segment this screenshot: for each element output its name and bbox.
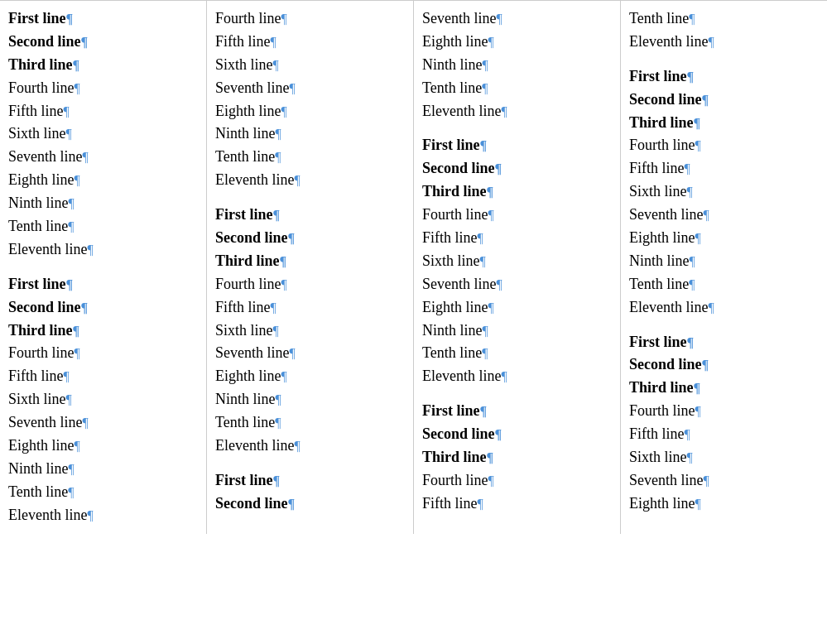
text-line: Fifth line: [422, 227, 612, 250]
text-line: Fourth line: [422, 204, 612, 227]
text-line: Eighth line: [629, 227, 819, 250]
text-line: Ninth line: [8, 458, 198, 481]
text-line: Ninth line: [422, 54, 612, 77]
page-container: First lineSecond lineThird lineFourth li…: [0, 0, 827, 534]
text-line: Third line: [629, 377, 819, 400]
text-line: Tenth line: [215, 411, 405, 435]
text-line: First line: [629, 331, 819, 354]
text-line: Fourth line: [629, 134, 819, 157]
text-line: Fifth line: [629, 423, 819, 446]
text-line: Eleventh line: [8, 504, 198, 527]
text-line: Fourth line: [629, 400, 819, 423]
text-line: Third line: [8, 54, 198, 77]
text-line: Fifth line: [422, 493, 612, 516]
text-line: Ninth line: [215, 388, 405, 411]
text-line: Seventh line: [215, 77, 405, 100]
text-line: Second line: [215, 227, 405, 250]
column-1: First lineSecond lineThird lineFourth li…: [0, 1, 207, 534]
text-line: Sixth line: [215, 320, 405, 343]
text-line: Second line: [8, 31, 198, 54]
text-line: Eighth line: [8, 169, 198, 192]
text-line: Fourth line: [8, 342, 198, 365]
text-line: Fifth line: [215, 31, 405, 54]
text-line: Eleventh line: [215, 169, 405, 192]
text-line: Seventh line: [629, 204, 819, 227]
text-line: Ninth line: [422, 320, 612, 343]
column-2: Fourth lineFifth lineSixth lineSeventh l…: [207, 1, 414, 534]
text-line: Sixth line: [629, 180, 819, 204]
text-line: Fourth line: [8, 77, 198, 100]
text-line: Seventh line: [422, 7, 612, 31]
text-line: Fourth line: [215, 273, 405, 296]
text-line: First line: [8, 273, 198, 296]
text-line: Eighth line: [215, 365, 405, 388]
text-line: Second line: [629, 89, 819, 112]
text-line: Eleventh line: [629, 296, 819, 320]
text-line: Fifth line: [8, 100, 198, 123]
text-line: Third line: [422, 446, 612, 469]
text-line: Fourth line: [422, 469, 612, 493]
text-line: First line: [215, 204, 405, 227]
text-line: Third line: [215, 250, 405, 273]
text-line: Second line: [422, 157, 612, 180]
text-line: Eighth line: [629, 493, 819, 516]
text-line: Ninth line: [215, 123, 405, 146]
text-line: Tenth line: [215, 146, 405, 169]
text-line: Eighth line: [8, 435, 198, 458]
text-line: Fifth line: [629, 157, 819, 180]
text-line: Eighth line: [422, 296, 612, 320]
text-line: Third line: [8, 320, 198, 343]
text-line: Tenth line: [8, 215, 198, 238]
text-line: Fourth line: [215, 7, 405, 31]
text-line: Eleventh line: [629, 31, 819, 54]
text-line: Eighth line: [215, 100, 405, 123]
text-line: First line: [215, 469, 405, 493]
text-line: Seventh line: [422, 273, 612, 296]
text-line: Second line: [215, 493, 405, 516]
text-line: First line: [8, 7, 198, 31]
text-line: Sixth line: [8, 123, 198, 146]
column-3: Seventh lineEighth lineNinth lineTenth l…: [414, 1, 621, 534]
column-4: Tenth lineEleventh lineFirst lineSecond …: [621, 1, 827, 534]
text-line: Sixth line: [8, 388, 198, 411]
text-line: Ninth line: [8, 192, 198, 215]
text-line: Third line: [422, 180, 612, 204]
text-line: Eleventh line: [215, 435, 405, 458]
text-line: Seventh line: [215, 342, 405, 365]
text-line: Third line: [629, 112, 819, 135]
text-line: Sixth line: [215, 54, 405, 77]
text-line: Eighth line: [422, 31, 612, 54]
text-line: Second line: [422, 423, 612, 446]
text-line: Second line: [8, 296, 198, 320]
text-line: Tenth line: [422, 77, 612, 100]
text-line: Tenth line: [8, 481, 198, 504]
text-line: Tenth line: [629, 273, 819, 296]
text-line: Fifth line: [215, 296, 405, 320]
text-line: Seventh line: [629, 469, 819, 493]
text-line: Fifth line: [8, 365, 198, 388]
text-line: Eleventh line: [422, 365, 612, 388]
text-line: Tenth line: [629, 7, 819, 31]
text-line: Seventh line: [8, 411, 198, 435]
text-line: First line: [422, 400, 612, 423]
text-line: Sixth line: [422, 250, 612, 273]
text-line: Eleventh line: [422, 100, 612, 123]
text-line: Second line: [629, 353, 819, 377]
text-line: Eleventh line: [8, 238, 198, 262]
text-line: Ninth line: [629, 250, 819, 273]
text-line: Sixth line: [629, 446, 819, 469]
text-line: Seventh line: [8, 146, 198, 169]
text-line: Tenth line: [422, 342, 612, 365]
text-line: First line: [422, 134, 612, 157]
text-line: First line: [629, 65, 819, 89]
